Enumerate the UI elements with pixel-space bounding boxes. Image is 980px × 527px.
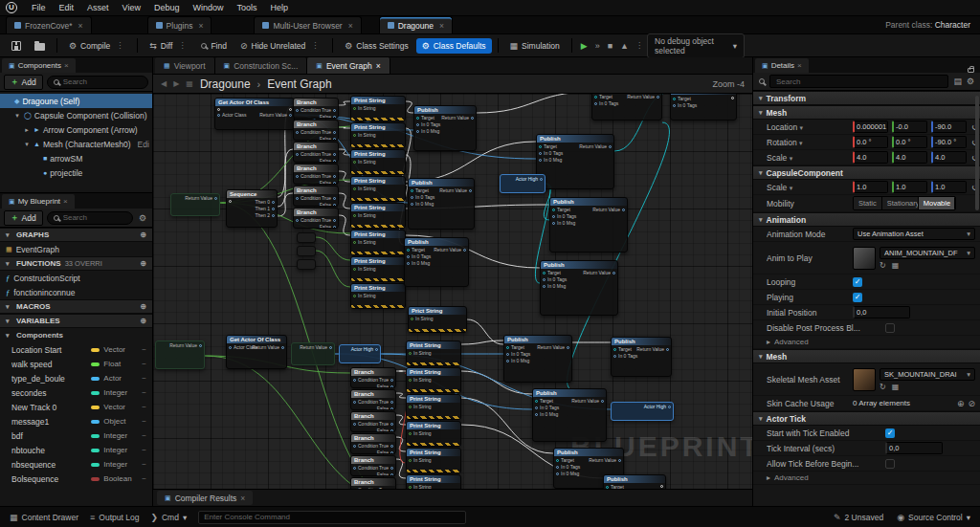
- node-pin[interactable]: Target: [506, 345, 530, 350]
- add-function-icon[interactable]: ⊕: [140, 259, 146, 268]
- node-pin[interactable]: Return Value: [537, 345, 569, 350]
- close-icon[interactable]: ×: [240, 494, 245, 503]
- menu-tools[interactable]: Tools: [230, 1, 263, 14]
- visibility-eye-icon[interactable]: −: [142, 417, 146, 426]
- visibility-eye-icon[interactable]: −: [142, 474, 146, 483]
- graph-node[interactable]: BranchConditionTrueFalse: [293, 142, 339, 163]
- node-pin[interactable]: Condition: [353, 444, 376, 449]
- graph-node[interactable]: BranchConditionTrueFalse: [293, 120, 339, 141]
- graph-node[interactable]: BranchConditionTrueFalse: [293, 164, 339, 185]
- node-pin[interactable]: True: [378, 488, 393, 489]
- tick-interval-field[interactable]: 0,0: [885, 442, 943, 454]
- node-pin[interactable]: Condition: [353, 488, 376, 489]
- node-pin[interactable]: Target: [407, 248, 431, 253]
- close-icon[interactable]: ×: [348, 21, 353, 31]
- variable-row[interactable]: BolsequenceBoolean−: [0, 472, 152, 486]
- node-pin[interactable]: Return Value: [439, 188, 472, 193]
- cmd-dropdown[interactable]: ❯Cmd▾: [150, 513, 187, 522]
- tree-item[interactable]: ◆Dragoune (Self): [0, 94, 152, 108]
- delete-all-icon[interactable]: ⊘: [968, 399, 975, 408]
- capsule-scale-label[interactable]: Scale ▾: [767, 183, 849, 192]
- graph-node[interactable]: Print StringIn String: [350, 96, 406, 121]
- graph-node[interactable]: Print StringIn String: [350, 256, 406, 282]
- graph-node[interactable]: Get Actor Of ClassActor ClassReturn Valu…: [226, 335, 287, 369]
- details-search-input[interactable]: [776, 77, 942, 86]
- variable-row[interactable]: nbsequenceInteger−: [0, 457, 152, 472]
- list-item-fonctioninconnue[interactable]: ƒfonctioninconnue: [0, 285, 152, 299]
- graph-node[interactable]: BranchConditionTrueFalse: [350, 389, 396, 410]
- graph-node[interactable]: PublishTargetIn 0 TagsIn 0 MsgReturn Val…: [536, 134, 614, 189]
- graph-node[interactable]: Get Actor Of ClassActor ClassReturn Valu…: [214, 98, 295, 130]
- tab-compiler-results[interactable]: ▣ Compiler Results ×: [157, 491, 253, 505]
- mobility-stationary-option[interactable]: Stationary: [882, 197, 919, 209]
- eject-button[interactable]: ▲: [617, 39, 632, 53]
- graph-node[interactable]: PublishTargetIn 0 TagsIn 0 MsgReturn Val…: [413, 105, 477, 151]
- node-pin[interactable]: False: [321, 137, 336, 141]
- node-pin[interactable]: Condition: [296, 196, 319, 201]
- node-pin[interactable]: In 0 Tags: [539, 151, 563, 156]
- node-pin[interactable]: In 0 Tags: [407, 254, 431, 259]
- browse-to-asset-icon[interactable]: ▦: [892, 261, 900, 270]
- graph-node[interactable]: Print StringIn String: [350, 149, 406, 175]
- node-pin[interactable]: Target: [594, 95, 618, 99]
- node-pin[interactable]: Return Value: [300, 345, 332, 350]
- browse-to-asset-icon[interactable]: ▦: [892, 383, 900, 391]
- node-pin[interactable]: Actor High: [351, 347, 378, 352]
- mobility-movable-option[interactable]: Movable: [919, 197, 955, 209]
- node-pin[interactable]: In 0 Tags: [613, 354, 636, 359]
- compile-button[interactable]: ⚙Compile⋮: [63, 38, 131, 54]
- node-pin[interactable]: Actor Class: [217, 113, 247, 118]
- close-icon[interactable]: ×: [64, 61, 69, 70]
- settings-gear-icon[interactable]: ⚙: [967, 77, 974, 86]
- section-animation[interactable]: ▾Animation: [753, 212, 980, 227]
- graph-node[interactable]: Print StringIn String: [350, 283, 406, 309]
- graph-node[interactable]: BranchConditionTrueFalse: [350, 477, 396, 489]
- graph-node[interactable]: Print StringIn String: [350, 176, 406, 202]
- graph-node[interactable]: PublishTargetIn 0 Tags: [670, 94, 737, 121]
- menu-window[interactable]: Window: [186, 1, 230, 14]
- tab-construction-script[interactable]: ▣Construction Sc...: [215, 57, 308, 74]
- tab-components[interactable]: ▣ Components ×: [2, 58, 76, 73]
- node-pin[interactable]: Actor High: [644, 405, 671, 409]
- node-pin[interactable]: Return Value: [579, 144, 612, 149]
- section-capsule-component[interactable]: ▾CapsuleComponent: [753, 165, 980, 180]
- node-pin[interactable]: Target: [411, 188, 434, 193]
- node-pin[interactable]: Condition: [296, 218, 319, 223]
- stop-button[interactable]: ■: [605, 39, 615, 53]
- tab-my-blueprint[interactable]: ▣ My Blueprint ×: [2, 194, 75, 209]
- graph-node[interactable]: PublishTargetIn 0 TagsReturn Value: [611, 337, 672, 377]
- list-item-eventgraph[interactable]: ▦EventGraph: [0, 242, 152, 256]
- gear-icon[interactable]: ⚙: [137, 213, 148, 223]
- node-pin[interactable]: True: [378, 378, 393, 383]
- unsaved-button[interactable]: ✎2 Unsaved: [834, 513, 883, 522]
- graph-node[interactable]: Print StringIn String: [406, 367, 461, 393]
- graph-node[interactable]: Print StringIn String: [406, 474, 461, 489]
- components-search[interactable]: [47, 76, 148, 89]
- find-button[interactable]: Find: [195, 38, 233, 54]
- close-icon[interactable]: ×: [63, 197, 68, 206]
- location-x-field[interactable]: 0.000001: [853, 121, 888, 133]
- playing-checkbox[interactable]: ✓: [853, 293, 862, 302]
- variable-row[interactable]: Location StartVector−: [0, 342, 152, 357]
- console-command-box[interactable]: [198, 511, 466, 524]
- node-pin[interactable]: False: [378, 384, 393, 388]
- graph-node[interactable]: Print StringIn String: [350, 122, 406, 148]
- details-search[interactable]: [769, 75, 948, 88]
- node-pin[interactable]: Return Value: [571, 399, 604, 404]
- node-pin[interactable]: Target: [673, 97, 697, 101]
- graph-node[interactable]: Print StringIn String: [350, 230, 406, 255]
- node-pin[interactable]: False: [378, 406, 393, 410]
- compile-options-icon[interactable]: ⋮: [114, 41, 125, 50]
- diff-options-icon[interactable]: ⋮: [176, 41, 188, 50]
- node-pin[interactable]: In 0 Tags: [535, 406, 559, 410]
- node-pin[interactable]: In 0 Tags: [673, 103, 697, 108]
- visibility-eye-icon[interactable]: −: [142, 345, 146, 354]
- node-pin[interactable]: In String: [409, 431, 432, 436]
- tree-item[interactable]: ▸►Arrow Component (Arrow): [0, 122, 152, 137]
- capsule-scale-y-field[interactable]: 1.0: [892, 181, 927, 193]
- scale-label[interactable]: Scale ▾: [767, 153, 849, 163]
- node-pin[interactable]: In 0 Msg: [535, 412, 559, 417]
- visibility-eye-icon[interactable]: −: [142, 388, 146, 397]
- components-category-row[interactable]: ▾Components: [0, 328, 152, 342]
- node-pin[interactable]: In 0 Tags: [416, 122, 440, 127]
